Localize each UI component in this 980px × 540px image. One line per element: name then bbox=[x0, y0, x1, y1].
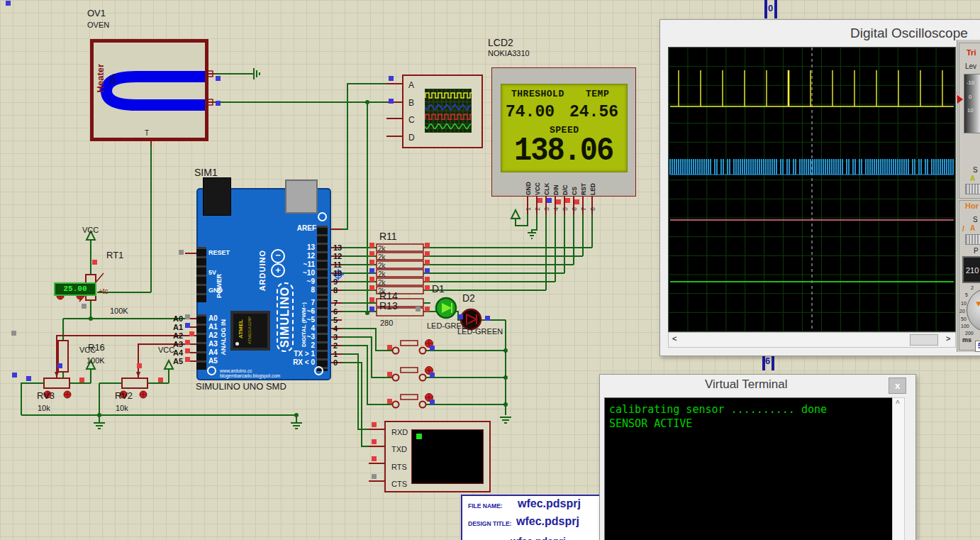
push-button-2[interactable] bbox=[393, 367, 433, 381]
oscilloscope-hscrollbar[interactable]: < > bbox=[668, 332, 956, 348]
net-label: 11 bbox=[333, 260, 342, 269]
title-block: FILE NAME: wfec.pdsprj DESIGN TITLE: wfe… bbox=[461, 495, 602, 540]
pin-label: 13 bbox=[289, 243, 315, 252]
net-label: A1 bbox=[166, 323, 183, 331]
oscilloscope-screen bbox=[668, 47, 956, 332]
title-block-clipped-row: wfec.pdsprj bbox=[511, 536, 566, 540]
serial-terminal-component[interactable]: RXDTXDRTSCTS bbox=[384, 421, 491, 492]
lcd-pin-number: 3 bbox=[543, 199, 552, 211]
oven-body[interactable]: Heater 0% T bbox=[90, 39, 208, 141]
rv3-body[interactable] bbox=[44, 378, 69, 388]
close-button[interactable]: x bbox=[889, 378, 906, 394]
lcd-pin-number: 8 bbox=[589, 199, 598, 211]
arduino-header-power bbox=[196, 247, 206, 302]
lcd-ref: LCD2 bbox=[488, 37, 513, 48]
trigger-section-label: Tri bbox=[967, 48, 976, 57]
arduino-board-name: SIMULINO UNO SMD bbox=[196, 381, 286, 392]
d2-type: LED-GREEN bbox=[457, 327, 503, 336]
serial-terminal-screen bbox=[411, 429, 484, 484]
lcd-temp-value: 24.56 bbox=[569, 103, 618, 121]
trigger-source-slider[interactable] bbox=[965, 184, 980, 194]
lcd-pin-label: LED bbox=[589, 172, 598, 195]
heater-element bbox=[94, 43, 205, 131]
push-buttons[interactable] bbox=[393, 340, 433, 408]
sweep-value-box[interactable]: 5 bbox=[975, 341, 980, 352]
lcd-pin-number: 6 bbox=[571, 199, 580, 211]
horizontal-section-label: Hor bbox=[965, 202, 979, 210]
lcd-pin-label: CLK bbox=[543, 172, 552, 195]
lcd-screen: THRESHOLD TEMP 74.00 24.56 SPEED 138.06 bbox=[501, 84, 628, 172]
input-label: A bbox=[408, 77, 415, 94]
virtual-terminal-window[interactable]: Virtual Terminal x calibrating sensor ..… bbox=[599, 374, 916, 540]
scroll-right-arrow-icon[interactable]: > bbox=[946, 334, 950, 343]
arduino-mount-hole bbox=[314, 366, 323, 375]
oven-part: OVEN bbox=[87, 21, 109, 29]
rv3-wiper-arrow bbox=[55, 372, 59, 378]
lcd-pin-label: RST bbox=[580, 172, 589, 195]
virtual-terminal-title: Virtual Terminal bbox=[705, 378, 788, 392]
input-label: D bbox=[408, 129, 415, 147]
arduino-simulino-text: SIMULINO bbox=[277, 282, 294, 352]
position-value: 210 bbox=[966, 266, 979, 275]
arduino-brand: ARDUINO bbox=[258, 250, 267, 291]
r13-value: 280 bbox=[380, 319, 393, 327]
knob-tick-label: 50 bbox=[961, 316, 967, 321]
serial-terminal-pins: RXDTXDRTSCTS bbox=[391, 424, 408, 492]
scroll-thumb[interactable] bbox=[910, 334, 938, 346]
knob-pointer-icon: ▼ bbox=[974, 299, 980, 309]
knob-unit-label: ms bbox=[962, 336, 971, 343]
arduino-analog-section-label: ANALOG IN bbox=[220, 319, 227, 356]
arduino-header-digital-bottom bbox=[317, 299, 328, 371]
arduino-power-section-label: POWER bbox=[216, 274, 223, 298]
terminal-output: calibrating sensor .......... doneSENSOR… bbox=[609, 402, 827, 431]
design-title-value: wfec.pdsprj bbox=[516, 515, 579, 528]
scroll-left-arrow-icon[interactable]: < bbox=[672, 334, 676, 343]
net-label: A4 bbox=[166, 348, 183, 357]
resistor-value: 2k bbox=[378, 262, 386, 270]
horizontal-source-slider[interactable] bbox=[965, 234, 980, 245]
resistor-value: 2k bbox=[378, 253, 386, 262]
scope-component[interactable]: ABCD bbox=[402, 75, 483, 148]
lcd-temp-label: TEMP bbox=[586, 89, 609, 99]
d2-ref: D2 bbox=[462, 292, 475, 304]
level-scale-tick: 10 bbox=[967, 107, 973, 114]
rv3-value: 10k bbox=[38, 404, 50, 412]
push-button-1[interactable] bbox=[393, 340, 433, 354]
pin-label: RTS bbox=[391, 458, 408, 475]
level-scale-tick: 0 bbox=[969, 94, 971, 100]
arduino-ref: SIM1 bbox=[194, 167, 218, 178]
rt1-value: 100K bbox=[110, 307, 128, 315]
pin-label: A0 bbox=[208, 314, 218, 323]
trigger-level-slider[interactable]: -10 0 10 bbox=[964, 74, 980, 133]
lcd-pin-number: 5 bbox=[562, 199, 571, 211]
lcd-pin-label: D/C bbox=[562, 172, 571, 195]
lcd-frame[interactable]: THRESHOLD TEMP 74.00 24.56 SPEED 138.06 … bbox=[491, 67, 636, 197]
oven-ref: OV1 bbox=[87, 8, 106, 18]
scroll-up-arrow-icon[interactable]: ^ bbox=[896, 400, 900, 407]
rt1-ref: RT1 bbox=[106, 250, 123, 260]
knob-tick-label: 100 bbox=[961, 324, 969, 329]
trigger-level-label: Lev bbox=[965, 62, 976, 70]
chip-brand: ATMEL bbox=[238, 319, 244, 338]
pin-label: CTS bbox=[391, 475, 408, 492]
level-scale-tick: -10 bbox=[967, 79, 974, 86]
led-d1[interactable] bbox=[436, 298, 456, 318]
level-pointer-icon[interactable] bbox=[957, 95, 963, 104]
net-label: 10 bbox=[333, 269, 342, 277]
terminal-screen: calibrating sensor .......... doneSENSOR… bbox=[604, 397, 893, 540]
d1-ref: D1 bbox=[432, 283, 445, 294]
lcd-pin-label: GND bbox=[525, 172, 534, 195]
rv2-body[interactable] bbox=[122, 378, 147, 388]
oscilloscope-window[interactable]: Digital Oscilloscope < > Tri Lev -10 0 1… bbox=[659, 19, 980, 356]
arduino-header-analog bbox=[196, 314, 206, 370]
arduino-ext-pin-numbers-top: 1312111098 bbox=[333, 243, 342, 294]
terminal-scrollbar[interactable]: ^ bbox=[892, 397, 905, 540]
pin-label: RXD bbox=[391, 424, 408, 441]
arduino-analog-labels: A0A1A2A3A4A5 bbox=[208, 314, 218, 365]
oven-heater-label: Heater bbox=[95, 64, 106, 92]
rv2-value: 10k bbox=[116, 404, 128, 412]
design-title-label: DESIGN TITLE: bbox=[468, 520, 511, 527]
arduino-usb-connector bbox=[285, 180, 318, 214]
push-button-3[interactable] bbox=[393, 394, 433, 408]
rt1-value-display[interactable]: 25.00 bbox=[54, 282, 96, 296]
